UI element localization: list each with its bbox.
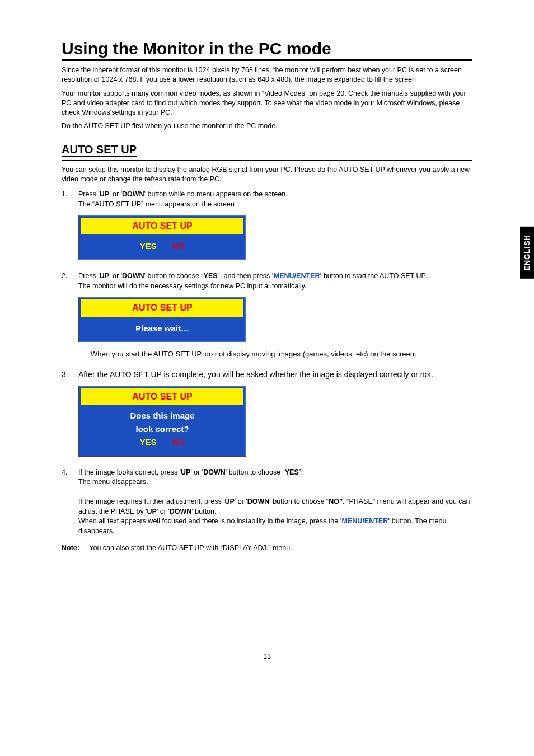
step-1: 1. Press 'UP' or 'DOWN' button while no … [62, 190, 472, 266]
note-line: Note: You can also start the AUTO SET UP… [62, 544, 472, 552]
step2-text2: The monitor will do the necessary settin… [78, 282, 307, 290]
osd-wait-dialog: AUTO SET UP Please wait… [78, 297, 246, 342]
note-text: You can also start the AUTO SET UP with … [89, 544, 292, 552]
note-label: Note: [62, 544, 87, 552]
intro-p3: Do the AUTO SET UP first when you use th… [62, 121, 472, 131]
page-title: Using the Monitor in the PC mode [62, 39, 472, 61]
step4-line4: When all text appears well focused and t… [78, 517, 446, 535]
step3-text: After the AUTO SET UP is complete, you w… [78, 370, 433, 379]
osd-yes-option[interactable]: YES [140, 240, 157, 252]
osd-body: Please wait… [81, 319, 243, 340]
step1-text: Press 'UP' or 'DOWN' button while no men… [78, 190, 288, 198]
osd-title: AUTO SET UP [132, 221, 192, 231]
intro-p2: Your monitor supports many common video … [62, 89, 472, 118]
osd-no-option[interactable]: NO [172, 436, 185, 448]
osd-prompt-line2: look correct? [81, 424, 243, 435]
section-intro: You can setup this monitor to display th… [62, 165, 472, 184]
step-2: 2. Press 'UP' or 'DOWN' button to choose… [62, 271, 472, 364]
step4-line1: If the image looks correct, press 'UP' o… [78, 468, 303, 476]
osd-yes-option[interactable]: YES [140, 436, 157, 448]
step-number: 1. [62, 190, 78, 266]
osd-correct-dialog: AUTO SET UP Does this image look correct… [78, 386, 246, 457]
osd-title: AUTO SET UP [132, 303, 192, 312]
osd-title-row: AUTO SET UP [81, 299, 243, 316]
page-number: 13 [62, 652, 472, 660]
osd-confirm-dialog: AUTO SET UP YES NO [78, 215, 246, 260]
osd-prompt-line1: Does this image [81, 410, 243, 421]
osd-title-row: AUTO SET UP [81, 388, 243, 405]
step4-line2: The menu disappears. [78, 478, 148, 486]
intro-p1: Since the inherent format of this monito… [62, 65, 472, 84]
step-3: 3. After the AUTO SET UP is complete, yo… [62, 369, 472, 462]
step4-line3: If the image requires further adjustment… [78, 497, 470, 515]
osd-wait-text: Please wait… [135, 323, 189, 333]
osd-no-option[interactable]: NO [172, 240, 185, 252]
step-number: 4. [62, 468, 78, 537]
step1-text2: The “AUTO SET UP” menu appears on the sc… [78, 200, 235, 208]
step2-subnote: When you start the AUTO SET UP, do not d… [91, 349, 472, 359]
osd-body: Does this image look correct? YES NO [81, 407, 243, 453]
step-4: 4. If the image looks correct, press 'UP… [62, 468, 472, 537]
page-content: Using the Monitor in the PC mode Since t… [0, 0, 534, 683]
osd-title-row: AUTO SET UP [81, 218, 243, 234]
step-number: 3. [62, 369, 78, 462]
section-heading: AUTO SET UP [62, 143, 137, 157]
osd-title: AUTO SET UP [132, 392, 192, 401]
step-number: 2. [62, 271, 78, 364]
osd-body: YES NO [81, 237, 243, 257]
step2-text: Press 'UP' or 'DOWN' button to choose “Y… [78, 272, 427, 280]
intro-block: Since the inherent format of this monito… [62, 65, 472, 131]
